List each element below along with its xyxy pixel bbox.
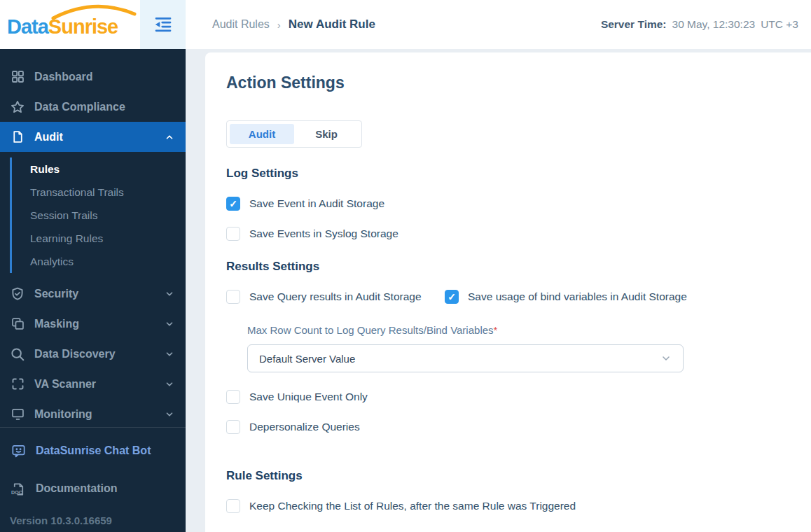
- checkbox[interactable]: [226, 227, 240, 241]
- checkbox-keep-checking-rules[interactable]: Keep Checking the List of Rules, after t…: [226, 499, 576, 513]
- action-settings-card: Action Settings Audit Skip Log Settings …: [205, 52, 811, 532]
- sidebar-subitem-learning-rules[interactable]: Learning Rules: [12, 227, 186, 250]
- logo-text-data: Data: [7, 15, 48, 38]
- log-settings-heading: Log Settings: [226, 167, 783, 181]
- collapse-sidebar-icon: [153, 14, 174, 35]
- chevron-down-icon: [165, 319, 174, 329]
- sidebar-item-va-scanner[interactable]: VA Scanner: [0, 369, 186, 399]
- chevron-down-icon: [165, 349, 174, 359]
- sidebar-item-label: Audit: [34, 131, 63, 144]
- audit-submenu: Rules Transactional Trails Session Trail…: [10, 158, 186, 273]
- sidebar-subitem-label: Analytics: [30, 255, 74, 268]
- sidebar-header: DataSunrise: [0, 0, 186, 49]
- doc-file-icon: DOC: [10, 480, 27, 497]
- sidebar-item-label: Documentation: [36, 482, 117, 495]
- sidebar-subitem-rules[interactable]: Rules: [12, 158, 186, 181]
- breadcrumb-separator-icon: ›: [277, 19, 281, 31]
- sidebar-item-label: Masking: [34, 318, 79, 330]
- top-header: Audit Rules › New Audit Rule Server Time…: [186, 0, 811, 49]
- sidebar-item-label: Data Compliance: [34, 101, 125, 113]
- chevron-down-icon: [165, 410, 174, 419]
- server-time-label: Server Time:: [601, 18, 667, 31]
- checkbox-depersonalize-queries[interactable]: Depersonalize Queries: [226, 420, 360, 434]
- sidebar-subitem-label: Transactional Trails: [30, 186, 124, 199]
- grid-icon: [10, 69, 25, 85]
- sidebar-item-data-discovery[interactable]: Data Discovery: [0, 339, 186, 369]
- svg-text:DOC: DOC: [11, 490, 22, 496]
- checkbox-label: Save Event in Audit Storage: [249, 197, 384, 210]
- sidebar-collapse-button[interactable]: [140, 0, 186, 49]
- sidebar-item-data-compliance[interactable]: Data Compliance: [0, 92, 186, 122]
- sidebar-item-label: Dashboard: [34, 71, 93, 83]
- checkbox-save-event-audit-storage[interactable]: Save Event in Audit Storage: [226, 197, 384, 211]
- sidebar-item-dashboard[interactable]: Dashboard: [0, 62, 186, 92]
- checkbox[interactable]: [226, 420, 240, 434]
- action-tabs: Audit Skip: [226, 120, 362, 148]
- sidebar-item-documentation[interactable]: DOC Documentation: [0, 472, 186, 505]
- server-time: Server Time: 30 May, 12:30:23 UTC +3: [601, 18, 798, 31]
- datasunrise-logo[interactable]: DataSunrise: [0, 0, 140, 49]
- checkbox-save-bind-variables[interactable]: Save usage of bind variables in Audit St…: [445, 290, 687, 304]
- checkbox-label: Save usage of bind variables in Audit St…: [468, 290, 687, 303]
- shield-check-icon: [10, 286, 25, 302]
- server-time-value: 30 May, 12:30:23: [672, 18, 756, 31]
- file-icon: [10, 130, 25, 145]
- checkbox-save-unique-event-only[interactable]: Save Unique Event Only: [226, 390, 368, 404]
- checkbox-label: Save Unique Event Only: [249, 391, 368, 403]
- section-title-action-settings: Action Settings: [226, 74, 783, 92]
- sidebar-item-label: Data Discovery: [34, 348, 116, 360]
- checkbox-label: Depersonalize Queries: [249, 421, 360, 433]
- select-value: Default Server Value: [259, 353, 355, 365]
- sidebar-subitem-transactional-trails[interactable]: Transactional Trails: [12, 181, 186, 204]
- checkbox[interactable]: [226, 499, 240, 513]
- checkbox-label: Keep Checking the List of Rules, after t…: [249, 500, 576, 512]
- checkbox[interactable]: [445, 290, 459, 304]
- sidebar: DataSunrise Dashboard: [0, 0, 186, 532]
- sidebar-item-label: Security: [34, 288, 78, 300]
- max-row-count-label: Max Row Count to Log Query Results/Bind …: [247, 324, 783, 336]
- checkbox-save-events-syslog-storage[interactable]: Save Events in Syslog Storage: [226, 227, 398, 241]
- breadcrumb-audit-rules[interactable]: Audit Rules: [212, 18, 270, 31]
- sidebar-item-monitoring[interactable]: Monitoring: [0, 399, 186, 427]
- sidebar-subitem-analytics[interactable]: Analytics: [12, 250, 186, 273]
- sidebar-nav: Dashboard Data Compliance Audit: [0, 49, 186, 427]
- max-row-count-select[interactable]: Default Server Value: [247, 344, 684, 372]
- sidebar-item-security[interactable]: Security: [0, 279, 186, 309]
- sidebar-subitem-label: Session Trails: [30, 209, 97, 222]
- chevron-up-icon: [165, 132, 174, 142]
- server-time-zone: UTC +3: [761, 18, 798, 31]
- sidebar-footer: DataSunrise Chat Bot DOC Documentation V…: [0, 427, 186, 532]
- chevron-down-icon: [165, 379, 174, 389]
- sidebar-item-masking[interactable]: Masking: [0, 309, 186, 339]
- sidebar-subitem-session-trails[interactable]: Session Trails: [12, 204, 186, 227]
- field-label-text: Max Row Count to Log Query Results/Bind …: [247, 324, 494, 336]
- main-area: Audit Rules › New Audit Rule Server Time…: [186, 0, 811, 532]
- sidebar-item-chat-bot[interactable]: DataSunrise Chat Bot: [0, 435, 186, 467]
- search-icon: [10, 346, 25, 362]
- tab-label: Audit: [249, 128, 275, 140]
- rule-settings-heading: Rule Settings: [226, 469, 783, 483]
- tab-label: Skip: [315, 128, 338, 140]
- breadcrumb-current page-title: New Audit Rule: [289, 18, 375, 31]
- checkbox[interactable]: [226, 197, 240, 211]
- sidebar-item-audit[interactable]: Audit: [0, 122, 186, 152]
- sidebar-item-label: Monitoring: [34, 408, 92, 421]
- results-checkbox-row: Save Query results in Audit Storage Save…: [226, 290, 783, 304]
- sidebar-subitem-label: Learning Rules: [30, 232, 103, 245]
- tab-audit[interactable]: Audit: [230, 124, 294, 144]
- content-area: Action Settings Audit Skip Log Settings …: [186, 49, 811, 532]
- checkbox-save-query-results[interactable]: Save Query results in Audit Storage: [226, 290, 445, 304]
- sidebar-item-label: DataSunrise Chat Bot: [36, 444, 151, 457]
- version-label: Version 10.3.0.16659: [0, 505, 186, 526]
- checkbox[interactable]: [226, 290, 240, 304]
- checkbox[interactable]: [226, 390, 240, 404]
- sidebar-subitem-label: Rules: [30, 163, 60, 176]
- tab-skip[interactable]: Skip: [294, 124, 359, 144]
- results-settings-heading: Results Settings: [226, 260, 783, 274]
- checkbox-label: Save Query results in Audit Storage: [249, 290, 422, 303]
- sidebar-item-label: VA Scanner: [34, 378, 96, 391]
- checkbox-label: Save Events in Syslog Storage: [249, 227, 398, 240]
- chat-bot-icon: [10, 442, 27, 459]
- chevron-down-icon: [165, 289, 174, 299]
- star-icon: [10, 99, 25, 115]
